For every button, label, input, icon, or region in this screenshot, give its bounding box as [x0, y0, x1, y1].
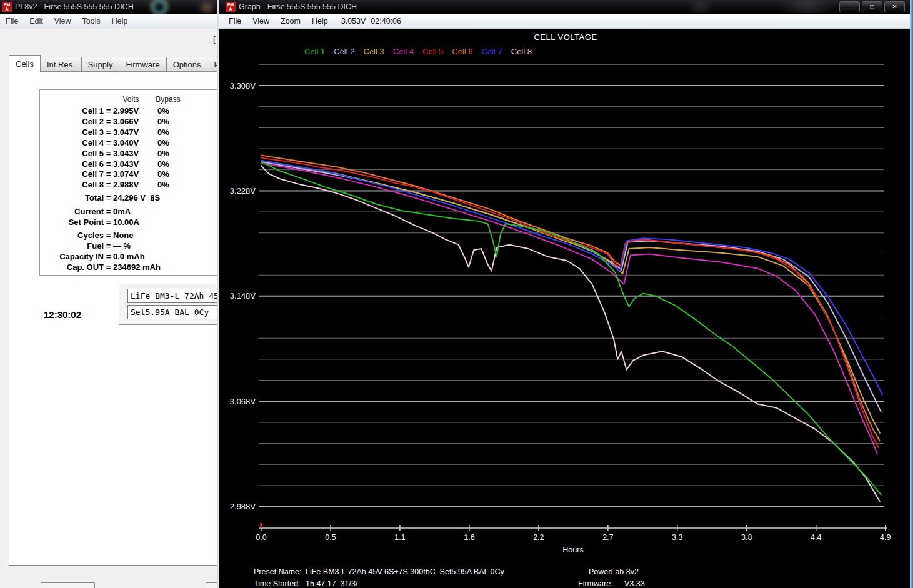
desktop-glare [197, 0, 216, 14]
total-row: Total=24.296 V 8S [40, 193, 160, 203]
cell-bypass-value: 0% [157, 117, 169, 127]
window-border-right [910, 0, 913, 588]
equals: = [104, 159, 113, 169]
cell-row: Cell 6=3.043V0% [40, 159, 169, 169]
firmware-label: Firmware: [578, 579, 613, 588]
stat-value: 0mA [113, 207, 149, 217]
cell-voltage-value: 2.988V [113, 180, 149, 190]
stat-value: 10.00A [113, 217, 149, 227]
status-voltage: 3.053V [339, 15, 369, 27]
cell-bypass-value: 0% [157, 159, 169, 169]
cell-voltage-value: 3.040V [113, 138, 149, 148]
preset-name-field[interactable]: LiFe BM3-L 72Ah 45 [127, 289, 225, 303]
menu-item-zoom[interactable]: Zoom [275, 15, 306, 27]
cell-label: Cell 7 [40, 169, 104, 179]
pl8v2-window: FMA PL8v2 - Firse 555S 555 555 DICH File… [0, 0, 220, 588]
stat-row: Current=0mA [40, 207, 149, 217]
partial-button-left[interactable] [41, 582, 95, 588]
preset-groupbox: LiFe BM3-L 72Ah 45 Set5.95A BAL 0Cy [119, 284, 223, 325]
desktop-glare [769, 0, 844, 14]
maximize-button[interactable]: □ [862, 1, 882, 12]
x-axis-title: Hours [562, 546, 583, 554]
graph-window-title: Graph - Firse 555S 555 555 DICH [239, 2, 357, 11]
cell-row: Cell 7=3.074V0% [40, 169, 169, 179]
series-cell5 [261, 158, 879, 447]
stat-row: Capacity IN=0.0 mAh [40, 252, 149, 262]
menu-item-help[interactable]: Help [106, 15, 134, 27]
tab-cells[interactable]: Cells [9, 55, 41, 72]
firmware-value: V3.33 [624, 579, 645, 588]
menu-item-help[interactable]: Help [306, 15, 334, 27]
y-axis-label: 3.068V [230, 397, 256, 406]
y-axis-label: 3.228V [230, 186, 256, 196]
graph-titlebar[interactable]: FMA Graph - Firse 555S 555 555 DICH –□✕ [219, 0, 910, 14]
tab-intres[interactable]: Int.Res. [41, 57, 82, 72]
equals: = [104, 180, 113, 190]
stat-value: 234692 mAh [113, 262, 161, 272]
cell-voltage-value: 3.043V [113, 149, 149, 159]
desktop-glare [682, 1, 719, 14]
equals: = [104, 117, 113, 127]
cell-row: Cell 1=2.995V0% [40, 106, 169, 116]
equals: = [104, 106, 113, 116]
cell-bypass-value: 0% [157, 138, 169, 148]
graph-content: CELL VOLTAGE Cell 1Cell 2Cell 3Cell 4Cel… [219, 29, 910, 588]
preset-settings-field[interactable]: Set5.95A BAL 0Cy [127, 305, 219, 319]
x-axis-label: 2.7 [602, 533, 613, 542]
spacer [104, 94, 113, 104]
stat-row: Set Point=10.00A [40, 217, 149, 227]
menu-item-edit[interactable]: Edit [24, 15, 49, 27]
tab-options[interactable]: Options [167, 57, 208, 72]
menu-item-file[interactable]: File [0, 15, 24, 27]
menu-item-view[interactable]: View [247, 15, 275, 27]
cell-bypass-value: 0% [157, 149, 169, 159]
x-axis-label: 0.5 [325, 533, 336, 542]
cell-label: Cell 2 [40, 117, 104, 127]
window-controls: –□✕ [839, 1, 905, 12]
equals: = [104, 207, 113, 217]
stat-label: Current [40, 207, 104, 217]
cell-voltage-value: 3.043V [113, 159, 149, 169]
series-cell3 [261, 161, 880, 433]
stat-label: Capacity IN [40, 252, 104, 262]
cell-bypass-value: 0% [157, 180, 169, 190]
close-button[interactable]: ✕ [884, 1, 905, 12]
stat-row: Cycles=None [40, 231, 149, 241]
equals: = [104, 149, 113, 159]
stat-row: Fuel=— % [40, 241, 149, 251]
series-cell8 [261, 166, 880, 501]
x-axis-label: 0.0 [256, 533, 266, 542]
bypass-column-header: Bypass [152, 94, 184, 104]
x-axis-label: 3.3 [672, 533, 682, 542]
minimize-button[interactable]: – [839, 1, 860, 12]
stat-value: — % [113, 241, 149, 251]
equals: = [104, 138, 113, 148]
tab-firmware[interactable]: Firmware [119, 57, 166, 72]
tab-supply[interactable]: Supply [82, 57, 120, 72]
equals: = [104, 262, 113, 272]
x-axis-label: 3.8 [741, 533, 752, 542]
cell-row: Cell 4=3.040V0% [40, 138, 169, 148]
x-axis-label: 1.1 [394, 533, 405, 542]
fma-logo-icon: FMA [226, 2, 236, 12]
stat-row: Cap. OUT=234692 mAh [40, 262, 161, 272]
time-started-value: 15:47:17 31/3/ [306, 579, 357, 588]
cell-voltage-chart[interactable]: 3.308V3.228V3.148V3.068V2.988V0.00.51.11… [219, 29, 910, 588]
cell-voltage-value: 2.995V [113, 106, 149, 116]
cell-row: Cell 2=3.066V0% [40, 117, 169, 127]
y-axis-label: 3.308V [230, 81, 256, 91]
cell-row: Cell 8=2.988V0% [40, 180, 169, 190]
y-axis-label: 2.988V [230, 502, 256, 511]
cell-label: Cell 8 [40, 180, 104, 190]
status-elapsed-time: 02:40:06 [368, 15, 404, 27]
menu-item-file[interactable]: File [223, 15, 247, 27]
series-cell6 [261, 156, 880, 441]
equals: = [104, 241, 113, 251]
menu-item-tools[interactable]: Tools [77, 15, 106, 27]
menu-item-view[interactable]: View [49, 15, 77, 27]
equals: = [104, 217, 113, 227]
cell-label: Cell 6 [40, 159, 104, 169]
pl8v2-titlebar[interactable]: FMA PL8v2 - Firse 555S 555 555 DICH [0, 0, 220, 14]
cell-bypass-value: 0% [157, 106, 169, 116]
cell-row: Cell 5=3.043V0% [40, 149, 169, 159]
